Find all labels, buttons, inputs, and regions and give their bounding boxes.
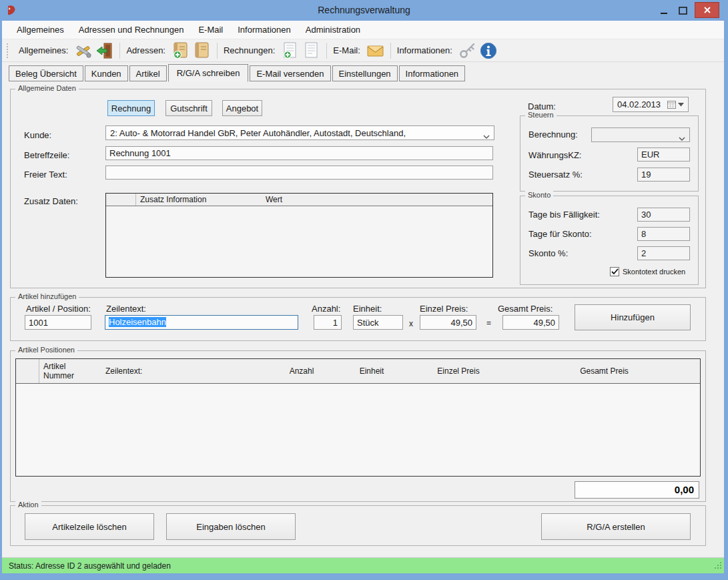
positionen-header-zeilentext: Zeilentext: bbox=[101, 359, 268, 383]
tab-informationen[interactable]: Informationen bbox=[399, 65, 466, 81]
app-window: Rechnungsverwaltung Allgemeines Adressen… bbox=[0, 0, 728, 580]
toolbar-drag-handle[interactable] bbox=[7, 43, 9, 58]
menu-informationen[interactable]: Informationen bbox=[237, 23, 292, 36]
toolbar-label-rechnungen: Rechnungen: bbox=[224, 45, 275, 55]
skonto-prozent-input[interactable] bbox=[637, 246, 690, 260]
group-label: Artikel hinzufügen bbox=[15, 292, 79, 300]
artikel-positionen-table[interactable]: Artikel Nummer Zeilentext: Anzahl Einhei… bbox=[15, 358, 701, 477]
skontotext-checkbox[interactable] bbox=[610, 267, 619, 276]
close-button[interactable] bbox=[695, 2, 719, 18]
einzel-preis-label: Einzel Preis: bbox=[420, 304, 468, 314]
menu-email[interactable]: E-Mail bbox=[198, 23, 224, 36]
invoice-add-icon[interactable] bbox=[281, 41, 299, 59]
zeilentext-input[interactable]: Holzeisenbahn bbox=[105, 315, 298, 330]
toolbar-label-informationen: Informationen: bbox=[397, 45, 452, 55]
gesamt-summe-field: 0,00 bbox=[575, 481, 699, 499]
toolbar-separator bbox=[119, 43, 120, 59]
waehrungskz-label: WährungsKZ: bbox=[528, 150, 581, 160]
freier-text-input[interactable] bbox=[105, 166, 493, 180]
toolbar-label-adressen: Adressen: bbox=[126, 45, 165, 55]
group-label: Allgemeine Daten bbox=[15, 84, 79, 92]
rechnung-type-button[interactable]: Rechnung bbox=[107, 100, 155, 116]
address-book-add-icon[interactable] bbox=[171, 41, 190, 59]
group-allgemeine-daten: Allgemeine Daten Rechnung Gutschrift Ang… bbox=[10, 89, 706, 288]
chevron-down-icon bbox=[679, 133, 685, 143]
menu-adressen-und-rechnungen[interactable]: Adressen und Rechnungen bbox=[78, 23, 185, 36]
hinzufuegen-button[interactable]: Hinzufügen bbox=[575, 304, 691, 330]
steuersatz-input[interactable] bbox=[637, 168, 690, 182]
tage-faelligkeit-input[interactable] bbox=[637, 208, 690, 222]
tage-skonto-input[interactable] bbox=[637, 227, 690, 241]
tab-email-versenden[interactable]: E-Mail versenden bbox=[250, 65, 330, 81]
toolbar-label-email: E-Mail: bbox=[333, 45, 360, 55]
group-skonto: Skonto Tage bis Fälligkeit: Tage für Sko… bbox=[520, 196, 699, 285]
status-text: Status: Adresse ID 2 ausgewählt und gela… bbox=[9, 561, 171, 571]
gutschrift-type-button[interactable]: Gutschrift bbox=[165, 100, 212, 116]
anzahl-input[interactable] bbox=[314, 315, 342, 330]
freier-text-label: Freier Text: bbox=[24, 170, 67, 180]
tab-einstellungen[interactable]: Einstellungen bbox=[332, 65, 398, 81]
einzel-preis-input[interactable] bbox=[420, 315, 476, 330]
positionen-header-einheit: Einheit bbox=[335, 359, 408, 383]
einheit-input[interactable] bbox=[353, 315, 403, 330]
envelope-icon[interactable] bbox=[366, 41, 384, 59]
angebot-type-button[interactable]: Angebot bbox=[222, 100, 262, 116]
group-aktion: Aktion Artikelzeile löschen Eingaben lös… bbox=[10, 505, 706, 546]
rga-erstellen-button[interactable]: R/G/A erstellen bbox=[541, 513, 691, 540]
artikel-position-label: Artikel / Position: bbox=[26, 304, 91, 314]
minimize-button[interactable] bbox=[655, 4, 673, 17]
toolbar-label-allgemeines: Allgemeines: bbox=[19, 45, 68, 55]
tab-page-rga-schreiben: Allgemeine Daten Rechnung Gutschrift Ang… bbox=[2, 81, 724, 557]
tage-skonto-label: Tage für Skonto: bbox=[528, 229, 592, 239]
resize-grip[interactable] bbox=[713, 561, 722, 571]
tab-artikel[interactable]: Artikel bbox=[129, 65, 167, 81]
title-bar[interactable]: Rechnungsverwaltung bbox=[0, 0, 728, 21]
datum-picker[interactable]: 04.02.2013 bbox=[613, 97, 689, 112]
maximize-button[interactable] bbox=[674, 4, 691, 17]
positionen-header-anzahl: Anzahl bbox=[268, 359, 335, 383]
kunde-select[interactable]: 2: Auto- & Motorrad Handel GbR, Peter Au… bbox=[105, 125, 494, 140]
group-label: Skonto bbox=[525, 191, 553, 199]
group-label: Steuern bbox=[525, 111, 557, 119]
toolbar-separator bbox=[217, 43, 218, 59]
tab-strip: Beleg Übersicht Kunden Artikel R/G/A sch… bbox=[9, 63, 466, 81]
berechnung-select[interactable] bbox=[591, 127, 690, 142]
einheit-label: Einheit: bbox=[353, 304, 382, 314]
gesamt-preis-input[interactable] bbox=[502, 315, 559, 330]
skonto-prozent-label: Skonto %: bbox=[528, 248, 568, 258]
exit-door-icon[interactable] bbox=[95, 41, 113, 59]
info-icon[interactable] bbox=[480, 41, 498, 59]
toolbar: Allgemeines: bbox=[2, 39, 724, 62]
menu-administration[interactable]: Administration bbox=[305, 23, 361, 36]
zusatz-header-wert: Wert bbox=[262, 194, 492, 206]
tools-icon[interactable] bbox=[74, 41, 92, 59]
eingaben-loeschen-button[interactable]: Eingaben löschen bbox=[166, 513, 296, 540]
tab-kunden[interactable]: Kunden bbox=[85, 65, 128, 81]
menu-allgemeines[interactable]: Allgemeines bbox=[16, 23, 65, 36]
menu-bar: Allgemeines Adressen und Rechnungen E-Ma… bbox=[2, 21, 724, 39]
zeilentext-label: Zeilentext: bbox=[106, 304, 146, 314]
zusatz-daten-label: Zusatz Daten: bbox=[24, 196, 78, 206]
tab-beleg-uebersicht[interactable]: Beleg Übersicht bbox=[9, 65, 83, 81]
kunde-label: Kunde: bbox=[24, 130, 51, 140]
datum-label: Datum: bbox=[528, 101, 556, 111]
tab-rga-schreiben[interactable]: R/G/A schreiben bbox=[168, 64, 249, 82]
multiply-symbol: x bbox=[409, 319, 413, 328]
betreffzeile-label: Betreffzeile: bbox=[24, 150, 69, 160]
client-area: Allgemeines Adressen und Rechnungen E-Ma… bbox=[2, 21, 724, 573]
artikel-position-input[interactable] bbox=[25, 315, 91, 330]
positionen-header-einzel-preis: Einzel Preis bbox=[408, 359, 508, 383]
skontotext-checkbox-label: Skontotext drucken bbox=[623, 268, 685, 276]
zusatz-header-empty bbox=[106, 194, 136, 206]
waehrungskz-input[interactable] bbox=[637, 148, 690, 162]
key-icon[interactable] bbox=[458, 41, 476, 59]
group-steuern: Steuern Berechnung: WährungsKZ: Steuersa… bbox=[520, 115, 699, 192]
artikelzeile-loeschen-button[interactable]: Artikelzeile löschen bbox=[25, 513, 154, 540]
calendar-dropdown-icon bbox=[667, 101, 684, 109]
betreffzeile-input[interactable] bbox=[105, 146, 493, 160]
datum-value: 04.02.2013 bbox=[617, 99, 661, 109]
address-book-icon[interactable] bbox=[193, 41, 211, 59]
invoice-icon[interactable] bbox=[302, 41, 320, 59]
zusatz-daten-table[interactable]: Zusatz Information Wert bbox=[105, 193, 493, 278]
window-title: Rechnungsverwaltung bbox=[0, 0, 728, 21]
